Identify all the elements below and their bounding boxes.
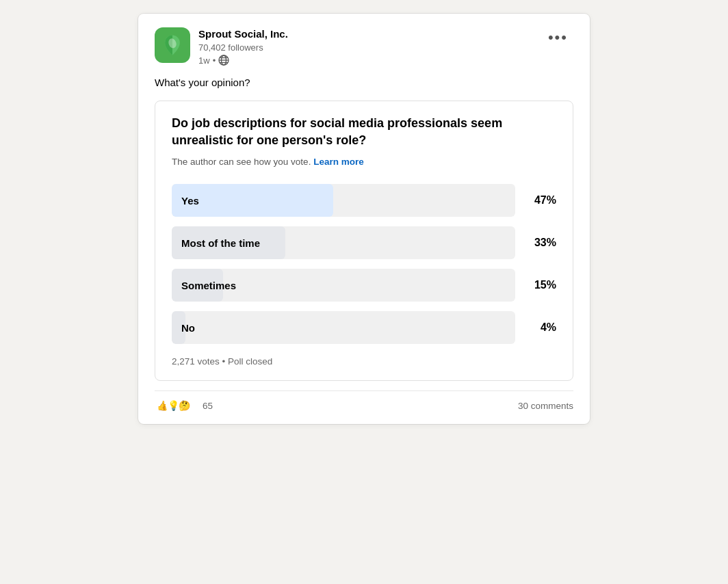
poll-bar-bg: Most of the time bbox=[172, 226, 515, 259]
poll-bar-label: Most of the time bbox=[181, 237, 260, 249]
comments-link[interactable]: 30 comments bbox=[518, 401, 573, 411]
reactions-left: 👍💡🤔 65 bbox=[155, 398, 213, 413]
poll-note-text: The author can see how you vote. bbox=[172, 157, 311, 167]
reaction-emojis: 👍💡🤔 bbox=[155, 398, 192, 413]
poll-option[interactable]: Yes 47% bbox=[172, 184, 556, 217]
poll-bar-label: Yes bbox=[181, 195, 199, 207]
poll-bar-wrap: Most of the time bbox=[172, 226, 515, 259]
reactions-row: 👍💡🤔 65 30 comments bbox=[155, 390, 573, 413]
poll-question: Do job descriptions for social media pro… bbox=[172, 115, 556, 149]
post-card: Sprout Social, Inc. 70,402 followers 1w … bbox=[138, 14, 590, 424]
globe-icon bbox=[218, 55, 229, 66]
poll-percent: 47% bbox=[526, 194, 556, 207]
learn-more-link[interactable]: Learn more bbox=[313, 157, 364, 167]
post-time: 1w bbox=[198, 55, 210, 66]
poll-footer: 2,271 votes • Poll closed bbox=[172, 356, 556, 367]
more-options-button[interactable]: ••• bbox=[543, 27, 573, 48]
org-avatar[interactable] bbox=[155, 27, 190, 63]
poll-bar-bg: Yes bbox=[172, 184, 515, 217]
poll-percent: 4% bbox=[526, 321, 556, 334]
poll-bar-label: Sometimes bbox=[181, 280, 236, 291]
post-meta: 1w • bbox=[198, 55, 288, 66]
org-info: Sprout Social, Inc. 70,402 followers 1w … bbox=[198, 27, 288, 66]
poll-option[interactable]: Sometimes 15% bbox=[172, 269, 556, 302]
poll-bar-bg: Sometimes bbox=[172, 269, 515, 302]
post-text: What's your opinion? bbox=[155, 75, 573, 91]
poll-bar-wrap: Yes bbox=[172, 184, 515, 217]
dot-separator: • bbox=[213, 55, 216, 66]
org-name[interactable]: Sprout Social, Inc. bbox=[198, 27, 288, 41]
poll-bar-label: No bbox=[181, 322, 195, 334]
reaction-emoji-icon: 🤔 bbox=[177, 398, 192, 413]
poll-option[interactable]: Most of the time 33% bbox=[172, 226, 556, 259]
header-left: Sprout Social, Inc. 70,402 followers 1w … bbox=[155, 27, 288, 66]
poll-note: The author can see how you vote. Learn m… bbox=[172, 156, 556, 169]
poll-percent: 33% bbox=[526, 237, 556, 249]
poll-option[interactable]: No 4% bbox=[172, 311, 556, 344]
reaction-count: 65 bbox=[203, 401, 213, 411]
poll-percent: 15% bbox=[526, 279, 556, 291]
poll-container: Do job descriptions for social media pro… bbox=[155, 101, 573, 381]
poll-bar-bg: No bbox=[172, 311, 515, 344]
poll-options: Yes 47% Most of the time 33% Sometimes 1… bbox=[172, 184, 556, 344]
org-followers: 70,402 followers bbox=[198, 42, 288, 54]
post-header: Sprout Social, Inc. 70,402 followers 1w … bbox=[155, 27, 573, 66]
poll-bar-wrap: No bbox=[172, 311, 515, 344]
poll-bar-wrap: Sometimes bbox=[172, 269, 515, 302]
